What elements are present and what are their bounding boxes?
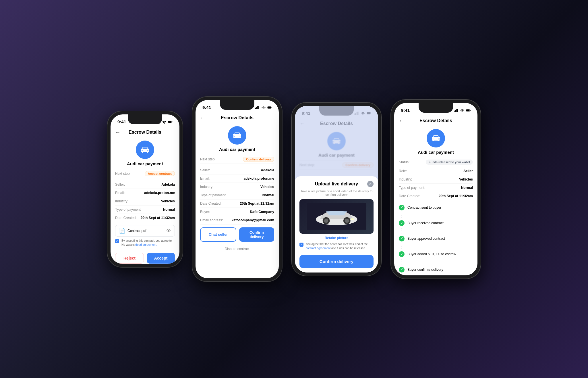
svg-point-23: [345, 219, 349, 223]
modal-close-3[interactable]: ✕: [367, 181, 374, 187]
payment-title-1: Audi car payment: [115, 161, 175, 166]
check-icon-4: [399, 267, 405, 273]
check-icon-3: [399, 251, 405, 257]
modal-sheet-3: Upload live delivery ✕ Take a live pictu…: [295, 176, 378, 273]
confirm-delivery-button-2[interactable]: Confirm delivery: [239, 227, 274, 242]
status-icons-2: [255, 106, 272, 109]
wifi-icon-1: [162, 120, 167, 124]
contract-row-1: 📄 Contract.pdf 👁: [115, 225, 175, 237]
timeline-text-2: Buyer approved contract: [407, 237, 445, 241]
wifi-icon-2: [261, 106, 266, 109]
checkbox-1[interactable]: [115, 239, 119, 243]
back-button-2[interactable]: ←: [200, 115, 208, 121]
timeline-dots-0: [401, 212, 473, 219]
modal-header-3: Upload live delivery ✕: [299, 181, 374, 187]
action-row-1: Reject Accept: [115, 250, 175, 264]
seller-label-1: Seller:: [115, 183, 125, 187]
next-step-label-1: Next step:: [115, 172, 131, 176]
timeline-4: Contract sent to buyer Buyer received co…: [399, 203, 473, 274]
nav-bar-1: ← Escrow Details: [111, 127, 179, 137]
status-time-1: 9:41: [117, 119, 126, 124]
email-label-1: Email:: [115, 191, 125, 195]
scroll-content-4: Audi car payment Status: Funds released …: [394, 126, 477, 275]
timeline-text-0: Contract sent to buyer: [407, 206, 441, 210]
check-icon-0: [399, 205, 405, 210]
info-row-industry-1: Industry: Vehicles: [115, 197, 175, 206]
timeline-item-0: Contract sent to buyer: [399, 203, 473, 212]
screen-title-2: Escrow Details: [221, 115, 254, 120]
contract-left-1: 📄 Contract.pdf: [119, 228, 146, 234]
retake-link-3[interactable]: Retake picture: [299, 236, 374, 240]
battery-icon-4: [466, 109, 471, 112]
seller-value-1: Adekola: [161, 183, 175, 187]
contract-name-1: Contract.pdf: [127, 229, 146, 233]
date-label-1: Date Created:: [115, 216, 137, 220]
check-icon-1: [399, 220, 405, 226]
checkbox-row-1: By accepting this contract, you agree to…: [115, 239, 175, 247]
timeline-text-1: Buyer received contract: [407, 221, 444, 225]
next-step-value-2: Confirm delivery: [243, 157, 274, 162]
svg-rect-24: [351, 218, 354, 220]
timeline-dots-3: [401, 258, 473, 265]
car-icon-2: [228, 126, 246, 145]
info-row-buyer-2: Buyer: Kafo Company: [200, 208, 274, 216]
info-row-email-2: Email: adekola.proton.me: [200, 174, 274, 183]
battery-icon-1: [168, 120, 173, 124]
timeline-item-4: Buyer confirms delivery: [399, 265, 473, 274]
svg-rect-11: [268, 107, 271, 108]
payment-value-1: Normal: [163, 208, 175, 212]
scroll-content-2: Audi car payment Next step: Confirm deli…: [196, 123, 279, 278]
car-svg-1: [140, 145, 150, 154]
battery-icon-2: [267, 106, 272, 109]
payment-label-1: Type of payment:: [115, 208, 142, 212]
dispute-link-2[interactable]: Dispute contract: [200, 245, 274, 253]
modal-overlay-3: Upload live delivery ✕ Take a live pictu…: [295, 106, 378, 273]
svg-rect-8: [257, 106, 258, 109]
industry-value-1: Vehicles: [161, 199, 175, 203]
status-row-4: Status: Funds released to your wallet: [399, 158, 473, 167]
agree-checkbox-3[interactable]: [299, 243, 303, 247]
nav-bar-4: ← Escrow Details: [394, 116, 477, 126]
agree-text-3: You agree that the seller has met their …: [306, 242, 374, 250]
signal-icon-4: [454, 109, 459, 112]
info-row-industry-2: Industry: Vehicles: [200, 183, 274, 191]
modal-title-3: Upload live delivery: [315, 181, 358, 187]
svg-rect-7: [256, 107, 257, 109]
date-value-1: 20th Sept at 11:32am: [141, 216, 175, 220]
info-row-email-1: Email: adekola.proton.me: [115, 189, 175, 197]
phone-2: 9:41 ← Escrow Details: [192, 97, 282, 282]
file-icon-1: 📄: [119, 228, 125, 234]
phone-notch-4: [419, 103, 453, 113]
chat-seller-button-2[interactable]: Chat seller: [200, 227, 236, 242]
timeline-item-2: Buyer approved contract: [399, 234, 473, 243]
car-icon-1: [136, 141, 154, 159]
back-button-1[interactable]: ←: [115, 129, 123, 135]
info-row-payment-1: Type of payment: Normal: [115, 206, 175, 214]
payment-title-2: Audi car payment: [200, 147, 274, 152]
svg-point-21: [324, 219, 328, 223]
svg-rect-25: [454, 110, 454, 112]
info-row-date-4: Date Created: 20th Sept at 11:32am: [399, 192, 473, 200]
signal-icon-2: [255, 106, 260, 109]
reject-button-1[interactable]: Reject: [115, 253, 144, 264]
svg-rect-27: [456, 109, 457, 112]
info-row-date-2: Date Created: 20th Sept at 11:32am: [200, 199, 274, 208]
back-button-4[interactable]: ←: [399, 118, 407, 124]
payment-title-4: Audi car payment: [399, 150, 473, 155]
eye-icon-1[interactable]: 👁: [167, 228, 171, 233]
action-row-2: Chat seller Confirm delivery: [200, 225, 274, 245]
svg-rect-6: [255, 108, 256, 109]
phone-4: 9:41 ← Escrow Details: [391, 99, 481, 279]
accept-button-1[interactable]: Accept: [147, 253, 175, 264]
svg-rect-30: [466, 110, 470, 111]
checkbox-text-1: By accepting this contract, you agree to…: [121, 239, 175, 247]
timeline-item-1: Buyer received contract: [399, 219, 473, 227]
screen-title-1: Escrow Details: [129, 130, 161, 135]
car-image-3: [299, 199, 374, 234]
info-row-payment-4: Type of payment: Normal: [399, 184, 473, 192]
confirm-delivery-button-3[interactable]: Confirm delivery: [299, 255, 374, 268]
timeline-dots-2: [401, 243, 473, 250]
scene: 9:41 ← Escrow Details: [0, 0, 588, 378]
nav-bar-2: ← Escrow Details: [196, 113, 279, 123]
info-row-industry-4: Industry: Vehicles: [399, 175, 473, 184]
